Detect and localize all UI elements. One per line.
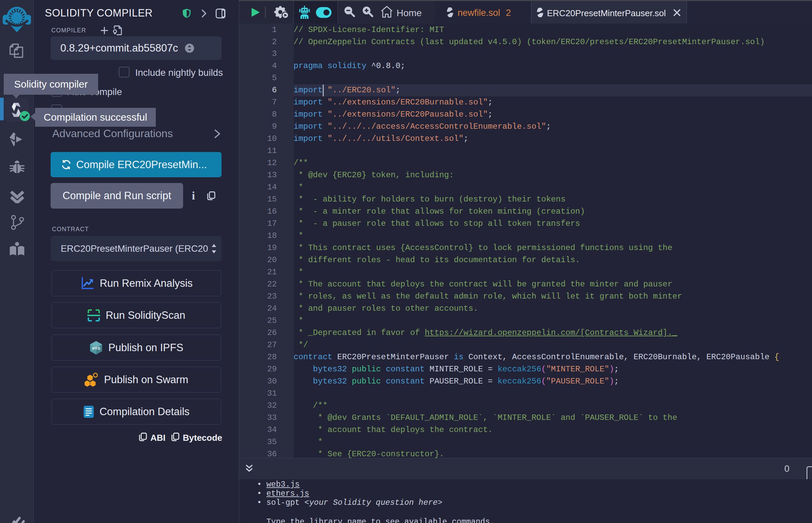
svg-text:IPFS: IPFS: [92, 346, 100, 350]
